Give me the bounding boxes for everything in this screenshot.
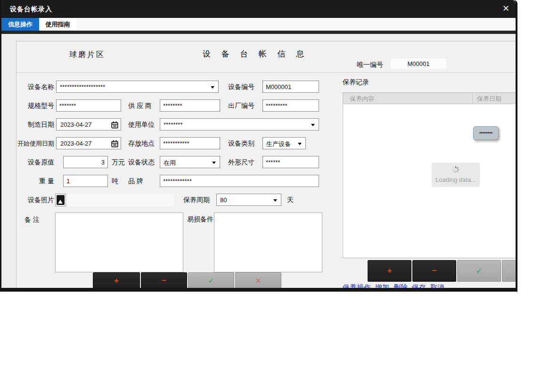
tab-underline [1, 31, 516, 34]
factory-no-label: 出厂编号 [228, 102, 259, 110]
equipment-entry-window: 设备台帐录入 ✕ 信息操作 使用指南 球磨片区 设 备 台 帐 信 息 唯一编号… [0, 0, 517, 292]
maintenance-table-header: 保养内容 保养日期 [343, 93, 517, 104]
broken-image-icon [57, 195, 65, 205]
panel-header: 球磨片区 设 备 台 帐 信 息 唯一编号 M00001 [16, 41, 517, 73]
factory-no-input[interactable] [263, 99, 319, 112]
manufacture-date-picker[interactable]: 2023-04-27 [56, 118, 121, 131]
storage-location-label: 存放地点 [128, 139, 159, 148]
wearing-parts-textarea[interactable] [214, 212, 322, 272]
column-divider [472, 93, 473, 104]
supplier-label: 供 应 商 [128, 102, 159, 110]
form-panel: 球磨片区 设 备 台 帐 信 息 唯一编号 M00001 设备名称 ******… [16, 41, 517, 288]
check-icon: ✓ [476, 267, 482, 275]
plus-icon: + [387, 266, 392, 276]
start-date-value: 2023-04-27 [60, 140, 92, 147]
spec-model-input[interactable] [56, 99, 121, 112]
unique-id-value: M00001 [391, 58, 446, 69]
device-name-label: 设备名称 [16, 83, 54, 91]
chevron-down-icon [211, 86, 214, 89]
maintenance-cycle-combobox[interactable]: 80 [216, 194, 281, 206]
cross-icon: ✕ [255, 277, 262, 285]
unique-id-label: 唯一编号 [357, 61, 383, 69]
maintenance-table[interactable]: 保养内容 保养日期 [343, 92, 517, 258]
device-photo-thumbnail[interactable] [55, 194, 66, 206]
dimensions-label: 外形尺寸 [228, 158, 259, 167]
device-category-label: 设备类别 [228, 139, 259, 148]
storage-location-input[interactable] [160, 137, 220, 149]
loading-panel: Loading data... [432, 163, 480, 187]
device-photo-area[interactable] [55, 194, 174, 206]
using-unit-combobox[interactable]: ******** [160, 118, 319, 131]
manufacture-date-label: 制造日期 [16, 121, 54, 129]
area-name: 球磨片区 [69, 50, 105, 60]
device-no-label: 设备编号 [228, 83, 259, 91]
using-unit-value: ******** [164, 121, 182, 128]
maintenance-add-button[interactable]: + [368, 260, 411, 282]
spec-model-label: 规格型号 [16, 102, 54, 110]
form-add-button[interactable]: + [93, 272, 140, 288]
tooltip: ******** [473, 126, 499, 140]
form-title: 设 备 台 帐 信 息 [200, 49, 311, 59]
check-icon: ✓ [208, 277, 214, 285]
form-confirm-button[interactable]: ✓ [188, 272, 234, 288]
tab-bar: 信息操作 使用指南 [1, 18, 516, 31]
weight-input[interactable] [63, 175, 108, 187]
supplier-input[interactable] [160, 99, 220, 112]
minus-icon: − [162, 276, 166, 286]
original-value-input[interactable] [63, 156, 108, 168]
dimensions-input[interactable] [263, 156, 319, 168]
original-value-unit: 万元 [112, 158, 125, 167]
calendar-icon [111, 140, 118, 149]
chevron-down-icon [311, 124, 315, 126]
device-name-value: ******************* [60, 83, 105, 90]
window-title: 设备台帐录入 [10, 5, 52, 14]
start-date-label: 开始使用日期 [16, 139, 54, 148]
chevron-down-icon [273, 199, 277, 202]
chevron-down-icon [298, 143, 302, 145]
device-status-combobox[interactable]: 在用 [160, 156, 220, 168]
form-remove-button[interactable]: − [141, 272, 187, 288]
maintenance-cycle-unit: 天 [287, 196, 294, 204]
maintenance-cancel-button[interactable] [502, 260, 517, 282]
maintenance-confirm-button[interactable]: ✓ [457, 260, 501, 282]
window-bottom-edge [1, 288, 516, 292]
brand-input[interactable] [160, 175, 319, 187]
form-cancel-button[interactable]: ✕ [235, 272, 281, 288]
weight-label: 重 量 [16, 177, 54, 186]
device-category-value: 生产设备 [266, 140, 291, 148]
brand-label: 品 牌 [128, 177, 159, 186]
device-category-combobox[interactable]: 生产设备 [263, 137, 306, 149]
maintenance-cycle-label: 保养周期 [183, 196, 210, 204]
device-status-value: 在用 [164, 159, 176, 167]
tab-user-guide[interactable]: 使用指南 [39, 18, 76, 31]
manufacture-date-value: 2023-04-27 [60, 121, 92, 128]
calendar-icon [111, 121, 118, 131]
weight-unit: 吨 [112, 177, 118, 186]
maintenance-remove-button[interactable]: − [412, 260, 456, 282]
using-unit-label: 使用单位 [128, 121, 159, 129]
title-bar: 设备台帐录入 ✕ [1, 0, 516, 18]
start-date-picker[interactable]: 2023-04-27 [56, 137, 121, 149]
device-photo-label: 设备照片 [16, 196, 54, 204]
spinner-icon [432, 166, 480, 175]
column-content: 保养内容 [350, 95, 374, 103]
device-status-label: 设备状态 [128, 158, 159, 167]
tab-info-operation[interactable]: 信息操作 [1, 18, 39, 31]
wearing-parts-label: 易损备件 [187, 215, 213, 224]
maintenance-cycle-value: 80 [220, 196, 227, 204]
device-name-combobox[interactable]: ******************* [56, 81, 219, 93]
chevron-down-icon [212, 162, 216, 164]
close-icon[interactable]: ✕ [502, 4, 509, 13]
maintenance-section-title: 保养记录 [343, 78, 369, 87]
original-value-label: 设备原值 [16, 158, 54, 167]
plus-icon: + [114, 276, 119, 286]
remarks-label: 备 注 [25, 216, 40, 224]
loading-text: Loading data... [432, 176, 480, 183]
remarks-textarea[interactable] [55, 212, 183, 272]
column-date: 保养日期 [477, 95, 501, 103]
device-no-input[interactable] [263, 81, 319, 93]
minus-icon: − [432, 266, 437, 276]
